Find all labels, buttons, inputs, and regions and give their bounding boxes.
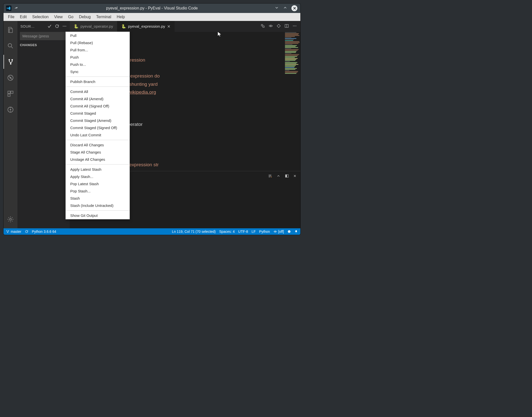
maximize-button[interactable] xyxy=(283,5,287,11)
svg-rect-7 xyxy=(11,91,13,93)
commit-message-input[interactable]: Message (press xyxy=(20,32,67,40)
svg-rect-8 xyxy=(8,94,10,96)
vscode-app-icon xyxy=(6,5,11,11)
status-eol[interactable]: LF xyxy=(252,230,256,234)
split-editor-icon[interactable] xyxy=(284,24,289,29)
panel-layout-icon[interactable] xyxy=(285,174,289,179)
ctx-item[interactable]: Publish Branch xyxy=(66,78,130,85)
activity-scm[interactable] xyxy=(3,55,17,69)
ctx-item[interactable]: Commit Staged xyxy=(66,110,130,117)
svg-point-20 xyxy=(294,26,295,26)
status-lang[interactable]: Python xyxy=(259,230,270,234)
menu-file[interactable]: File xyxy=(5,14,17,20)
svg-point-19 xyxy=(293,26,294,26)
statusbar: master Python 3.6.6 64 Ln 119, Col 71 (7… xyxy=(3,228,300,235)
scm-sidebar: SOUR… Message (press CHANGES xyxy=(17,21,70,228)
ctx-item[interactable]: Show Git Output xyxy=(66,212,130,219)
menu-selection[interactable]: Selection xyxy=(30,14,51,20)
compare-icon[interactable] xyxy=(261,24,265,29)
activity-settings[interactable] xyxy=(3,212,17,226)
ctx-item[interactable]: Pop Stash... xyxy=(66,187,130,195)
activitybar xyxy=(3,21,17,228)
svg-point-24 xyxy=(6,230,7,231)
menu-view[interactable]: View xyxy=(52,14,65,20)
menu-help[interactable]: Help xyxy=(114,14,128,20)
status-bell-icon[interactable] xyxy=(294,230,298,233)
status-branch[interactable]: master xyxy=(6,230,21,234)
ctx-item[interactable]: Sync xyxy=(66,68,130,75)
chevron-up-icon[interactable] xyxy=(276,174,280,179)
ctx-item[interactable]: Pull from... xyxy=(66,46,130,54)
scm-title: SOUR… xyxy=(20,24,44,28)
status-python[interactable]: Python 3.6.6 64 xyxy=(32,230,56,234)
close-button[interactable]: ✕ xyxy=(291,5,297,11)
titlebar: pyeval_expression.py - PyEval - Visual S… xyxy=(3,3,300,13)
ctx-item[interactable]: Stage All Changes xyxy=(66,149,130,156)
ctx-item[interactable]: Pull xyxy=(66,32,130,39)
menu-terminal[interactable]: Terminal xyxy=(94,14,114,20)
svg-point-1 xyxy=(8,59,10,60)
minimize-button[interactable] xyxy=(274,5,279,11)
status-encoding[interactable]: UTF-8 xyxy=(238,230,248,234)
status-spaces[interactable]: Spaces: 4 xyxy=(219,230,235,234)
ctx-separator xyxy=(66,164,130,165)
status-position[interactable]: Ln 119, Col 71 (70 selected) xyxy=(172,230,216,234)
status-notify[interactable]: [off] xyxy=(273,230,284,234)
revert-icon[interactable] xyxy=(276,24,281,29)
svg-point-10 xyxy=(10,109,11,110)
ctx-item[interactable]: Pull (Rebase) xyxy=(66,39,130,46)
ctx-separator xyxy=(66,210,130,211)
activity-search[interactable] xyxy=(3,39,17,53)
svg-point-17 xyxy=(270,25,271,26)
status-sync-icon[interactable] xyxy=(25,230,28,233)
tab-pyeval-operator[interactable]: 🐍 pyeval_operator.py xyxy=(70,21,117,32)
ctx-item[interactable]: Discard All Changes xyxy=(66,141,130,149)
refresh-icon[interactable] xyxy=(55,24,59,29)
activity-extensions[interactable] xyxy=(3,87,17,101)
close-tab-icon[interactable]: ✕ xyxy=(167,24,170,29)
ctx-item[interactable]: Unstage All Changes xyxy=(66,156,130,163)
ctx-item[interactable]: Commit Staged (Signed Off) xyxy=(66,124,130,131)
tab-pyeval-expression[interactable]: 🐍 pyeval_expression.py ✕ xyxy=(117,21,175,32)
minimap[interactable] xyxy=(284,32,300,171)
ctx-item[interactable]: Push xyxy=(66,54,130,61)
pin-icon[interactable] xyxy=(13,5,19,11)
more-icon[interactable] xyxy=(62,24,67,29)
svg-point-25 xyxy=(8,230,9,231)
svg-point-27 xyxy=(275,231,276,232)
toggle-icon[interactable] xyxy=(268,24,273,29)
ctx-item[interactable]: Apply Latest Stash xyxy=(66,166,130,173)
activity-explorer[interactable] xyxy=(3,23,17,37)
ctx-item[interactable]: Stash (Include Untracked) xyxy=(66,202,130,209)
body: SOUR… Message (press CHANGES 🐍 pyeval_op… xyxy=(3,21,300,228)
svg-point-21 xyxy=(296,26,296,26)
scm-header: SOUR… xyxy=(17,21,70,32)
ctx-item[interactable]: Apply Stash... xyxy=(66,173,130,180)
ctx-item[interactable]: Push to... xyxy=(66,61,130,68)
ctx-item[interactable]: Undo Last Commit xyxy=(66,131,130,139)
commit-icon[interactable] xyxy=(47,24,52,29)
changes-header[interactable]: CHANGES xyxy=(17,42,70,48)
svg-point-5 xyxy=(10,77,11,79)
editor-more-icon[interactable] xyxy=(292,24,297,29)
clear-console-icon[interactable] xyxy=(268,174,272,179)
ctx-item[interactable]: Commit All (Signed Off) xyxy=(66,102,130,110)
window-title: pyeval_expression.py - PyEval - Visual S… xyxy=(3,6,300,10)
svg-point-0 xyxy=(8,44,12,47)
ctx-item[interactable]: Commit All (Amend) xyxy=(66,95,130,102)
activity-gitlens[interactable] xyxy=(3,103,17,117)
menu-edit[interactable]: Edit xyxy=(17,14,29,20)
svg-point-13 xyxy=(64,26,65,26)
menu-debug[interactable]: Debug xyxy=(76,14,93,20)
svg-rect-16 xyxy=(263,26,264,27)
tab-label: pyeval_expression.py xyxy=(128,24,165,29)
menu-go[interactable]: Go xyxy=(66,14,76,20)
ctx-item[interactable]: Commit All xyxy=(66,88,130,95)
svg-point-28 xyxy=(288,230,291,233)
ctx-item[interactable]: Stash xyxy=(66,195,130,202)
activity-debug[interactable] xyxy=(3,71,17,85)
close-panel-icon[interactable]: ✕ xyxy=(293,174,296,179)
ctx-item[interactable]: Pop Latest Stash xyxy=(66,180,130,187)
ctx-item[interactable]: Commit Staged (Amend) xyxy=(66,117,130,124)
status-feedback-icon[interactable] xyxy=(287,230,291,233)
